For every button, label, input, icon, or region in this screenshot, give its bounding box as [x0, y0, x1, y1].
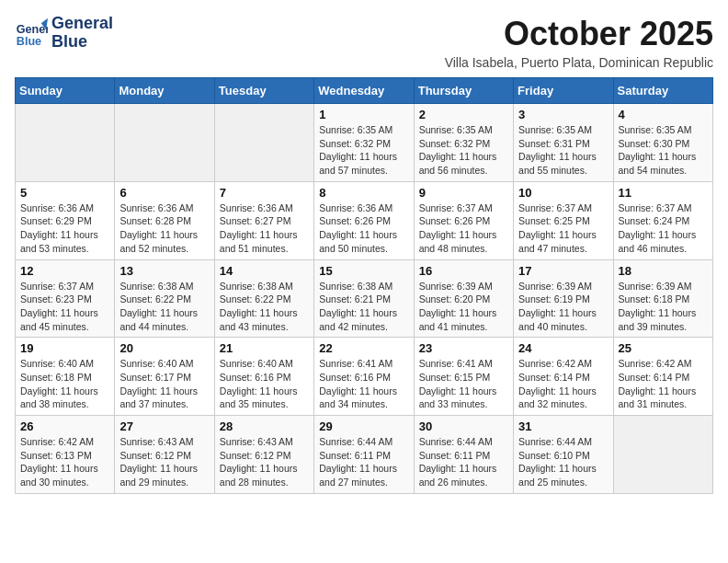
weekday-header: Wednesday: [314, 78, 414, 104]
day-info: Sunrise: 6:40 AMSunset: 6:16 PMDaylight:…: [220, 357, 309, 411]
day-info: Sunrise: 6:44 AMSunset: 6:11 PMDaylight:…: [419, 435, 508, 489]
logo: General Blue General Blue: [15, 15, 113, 52]
calendar-cell: 31Sunrise: 6:44 AMSunset: 6:10 PMDayligh…: [514, 416, 613, 494]
page-header: General Blue General Blue October 2025 V…: [15, 15, 713, 70]
calendar-cell: 1Sunrise: 6:35 AMSunset: 6:32 PMDaylight…: [314, 104, 414, 182]
day-info: Sunrise: 6:42 AMSunset: 6:14 PMDaylight:…: [619, 357, 708, 411]
calendar-cell: 3Sunrise: 6:35 AMSunset: 6:31 PMDaylight…: [514, 104, 613, 182]
svg-text:Blue: Blue: [17, 34, 41, 47]
day-number: 4: [619, 108, 708, 121]
calendar-cell: 21Sunrise: 6:40 AMSunset: 6:16 PMDayligh…: [214, 338, 313, 416]
calendar-cell: 5Sunrise: 6:36 AMSunset: 6:29 PMDaylight…: [16, 181, 115, 259]
day-info: Sunrise: 6:36 AMSunset: 6:27 PMDaylight:…: [220, 201, 309, 256]
day-info: Sunrise: 6:41 AMSunset: 6:16 PMDaylight:…: [319, 357, 408, 411]
calendar-cell: 26Sunrise: 6:42 AMSunset: 6:13 PMDayligh…: [16, 416, 115, 494]
day-info: Sunrise: 6:36 AMSunset: 6:26 PMDaylight:…: [319, 201, 408, 256]
day-number: 16: [419, 264, 508, 278]
day-number: 12: [20, 264, 109, 278]
day-number: 31: [518, 419, 608, 433]
weekday-header: Thursday: [414, 78, 513, 104]
day-info: Sunrise: 6:44 AMSunset: 6:11 PMDaylight:…: [319, 435, 408, 489]
calendar-cell: 11Sunrise: 6:37 AMSunset: 6:24 PMDayligh…: [613, 181, 712, 259]
day-number: 6: [119, 186, 209, 200]
calendar-cell: 7Sunrise: 6:36 AMSunset: 6:27 PMDaylight…: [214, 181, 313, 259]
location-title: Villa Isabela, Puerto Plata, Dominican R…: [445, 55, 713, 70]
calendar-cell: 15Sunrise: 6:38 AMSunset: 6:21 PMDayligh…: [314, 259, 414, 338]
calendar-cell: 18Sunrise: 6:39 AMSunset: 6:18 PMDayligh…: [613, 259, 712, 338]
logo-text: General Blue: [51, 15, 113, 52]
day-info: Sunrise: 6:35 AMSunset: 6:32 PMDaylight:…: [319, 123, 408, 178]
day-info: Sunrise: 6:44 AMSunset: 6:10 PMDaylight:…: [518, 435, 608, 489]
day-info: Sunrise: 6:42 AMSunset: 6:13 PMDaylight:…: [20, 435, 109, 489]
day-info: Sunrise: 6:38 AMSunset: 6:22 PMDaylight:…: [119, 280, 209, 334]
day-number: 7: [220, 186, 309, 200]
day-number: 10: [518, 186, 608, 200]
day-number: 26: [20, 419, 109, 433]
weekday-header: Monday: [115, 78, 214, 104]
day-number: 14: [220, 264, 309, 278]
calendar-cell: 16Sunrise: 6:39 AMSunset: 6:20 PMDayligh…: [414, 259, 513, 338]
day-info: Sunrise: 6:39 AMSunset: 6:19 PMDaylight:…: [518, 280, 608, 334]
day-number: 13: [119, 264, 209, 278]
calendar-cell: 10Sunrise: 6:37 AMSunset: 6:25 PMDayligh…: [514, 181, 613, 259]
day-info: Sunrise: 6:39 AMSunset: 6:20 PMDaylight:…: [419, 280, 508, 334]
calendar-cell: 12Sunrise: 6:37 AMSunset: 6:23 PMDayligh…: [16, 259, 115, 338]
calendar-cell: 13Sunrise: 6:38 AMSunset: 6:22 PMDayligh…: [115, 259, 214, 338]
day-number: 27: [119, 419, 209, 433]
calendar-cell: 28Sunrise: 6:43 AMSunset: 6:12 PMDayligh…: [214, 416, 313, 494]
day-info: Sunrise: 6:35 AMSunset: 6:32 PMDaylight:…: [419, 123, 508, 178]
day-number: 15: [319, 264, 408, 278]
day-number: 9: [419, 186, 508, 200]
calendar-cell: [613, 416, 712, 494]
day-info: Sunrise: 6:36 AMSunset: 6:28 PMDaylight:…: [119, 201, 209, 256]
day-number: 24: [518, 341, 608, 355]
weekday-header: Friday: [514, 78, 613, 104]
day-number: 30: [419, 419, 508, 433]
calendar-cell: 24Sunrise: 6:42 AMSunset: 6:14 PMDayligh…: [514, 338, 613, 416]
day-info: Sunrise: 6:38 AMSunset: 6:22 PMDaylight:…: [220, 280, 309, 334]
day-info: Sunrise: 6:39 AMSunset: 6:18 PMDaylight:…: [619, 280, 708, 334]
day-number: 22: [319, 341, 408, 355]
day-number: 17: [518, 264, 608, 278]
day-number: 1: [319, 108, 408, 121]
calendar-header-row: SundayMondayTuesdayWednesdayThursdayFrid…: [16, 78, 713, 104]
month-title: October 2025: [445, 15, 713, 53]
day-number: 18: [619, 264, 708, 278]
day-info: Sunrise: 6:43 AMSunset: 6:12 PMDaylight:…: [220, 435, 309, 489]
day-number: 23: [419, 341, 508, 355]
calendar-week-row: 1Sunrise: 6:35 AMSunset: 6:32 PMDaylight…: [16, 104, 713, 182]
calendar-cell: 25Sunrise: 6:42 AMSunset: 6:14 PMDayligh…: [613, 338, 712, 416]
day-info: Sunrise: 6:37 AMSunset: 6:24 PMDaylight:…: [619, 201, 708, 256]
day-number: 11: [619, 186, 708, 200]
day-info: Sunrise: 6:40 AMSunset: 6:18 PMDaylight:…: [20, 357, 109, 411]
calendar-week-row: 26Sunrise: 6:42 AMSunset: 6:13 PMDayligh…: [16, 416, 713, 494]
calendar-cell: [16, 104, 115, 182]
calendar-cell: [115, 104, 214, 182]
day-number: 5: [20, 186, 109, 200]
calendar-cell: 30Sunrise: 6:44 AMSunset: 6:11 PMDayligh…: [414, 416, 513, 494]
calendar-cell: 2Sunrise: 6:35 AMSunset: 6:32 PMDaylight…: [414, 104, 513, 182]
calendar-table: SundayMondayTuesdayWednesdayThursdayFrid…: [15, 77, 713, 494]
day-info: Sunrise: 6:36 AMSunset: 6:29 PMDaylight:…: [20, 201, 109, 256]
day-number: 20: [119, 341, 209, 355]
calendar-cell: 9Sunrise: 6:37 AMSunset: 6:26 PMDaylight…: [414, 181, 513, 259]
weekday-header: Saturday: [613, 78, 712, 104]
day-info: Sunrise: 6:35 AMSunset: 6:31 PMDaylight:…: [518, 123, 608, 178]
calendar-cell: [214, 104, 313, 182]
day-number: 3: [518, 108, 608, 121]
title-block: October 2025 Villa Isabela, Puerto Plata…: [445, 15, 713, 70]
day-number: 8: [319, 186, 408, 200]
day-info: Sunrise: 6:43 AMSunset: 6:12 PMDaylight:…: [119, 435, 209, 489]
calendar-week-row: 5Sunrise: 6:36 AMSunset: 6:29 PMDaylight…: [16, 181, 713, 259]
calendar-cell: 4Sunrise: 6:35 AMSunset: 6:30 PMDaylight…: [613, 104, 712, 182]
calendar-week-row: 12Sunrise: 6:37 AMSunset: 6:23 PMDayligh…: [16, 259, 713, 338]
logo-icon: General Blue: [15, 17, 48, 50]
day-number: 2: [419, 108, 508, 121]
weekday-header: Sunday: [16, 78, 115, 104]
day-number: 19: [20, 341, 109, 355]
day-info: Sunrise: 6:35 AMSunset: 6:30 PMDaylight:…: [619, 123, 708, 178]
day-info: Sunrise: 6:41 AMSunset: 6:15 PMDaylight:…: [419, 357, 508, 411]
day-info: Sunrise: 6:37 AMSunset: 6:23 PMDaylight:…: [20, 280, 109, 334]
calendar-cell: 17Sunrise: 6:39 AMSunset: 6:19 PMDayligh…: [514, 259, 613, 338]
day-info: Sunrise: 6:42 AMSunset: 6:14 PMDaylight:…: [518, 357, 608, 411]
